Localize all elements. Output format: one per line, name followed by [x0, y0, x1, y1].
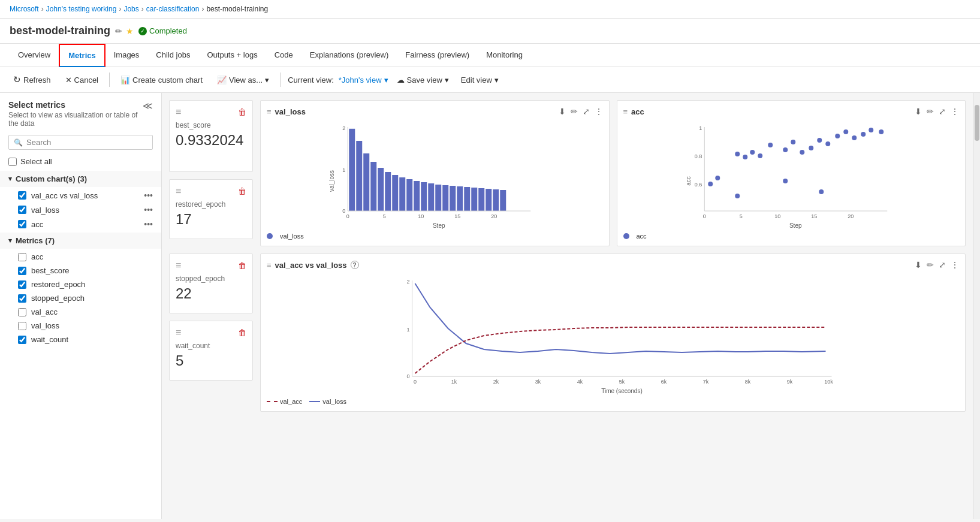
metric-checkbox-wait-count[interactable]: [18, 336, 26, 344]
metric-best-score: best_score: [0, 264, 161, 277]
tab-images[interactable]: Images: [105, 44, 148, 67]
svg-point-50: [817, 138, 822, 143]
breadcrumb-jobs[interactable]: Jobs: [123, 5, 138, 13]
custom-chart-more-1[interactable]: •••: [144, 205, 153, 215]
val-loss-chart-drag: ≡: [267, 107, 272, 116]
acc-edit-button[interactable]: ✏: [927, 107, 934, 116]
tab-fairness[interactable]: Fairness (preview): [397, 44, 478, 67]
acc-more-button[interactable]: ⋮: [951, 107, 959, 116]
custom-chart-more-0[interactable]: •••: [144, 191, 153, 200]
metric-checkbox-stopped-epoch[interactable]: [18, 294, 26, 303]
select-all-label: Select all: [20, 157, 52, 166]
restored-epoch-label: restored_epoch: [176, 200, 246, 209]
val-loss-edit-button[interactable]: ✏: [571, 107, 578, 116]
metrics-group-header[interactable]: ▾ Metrics (7): [0, 233, 161, 249]
tab-monitoring[interactable]: Monitoring: [478, 44, 531, 67]
custom-chart-acc: acc •••: [0, 217, 161, 231]
svg-text:10k: 10k: [824, 379, 833, 385]
breadcrumb-car-classification[interactable]: car-classification: [146, 5, 200, 13]
view-as-button[interactable]: 📈 View as... ▾: [213, 73, 273, 87]
svg-point-44: [758, 153, 762, 158]
svg-text:20: 20: [491, 213, 497, 219]
val-loss-more-button[interactable]: ⋮: [595, 107, 603, 116]
metric-label-val-loss: val_loss: [31, 321, 59, 330]
svg-point-52: [835, 134, 840, 138]
val-acc-vs-val-loss-chart-svg: 2 1 0 0 1k 2k 3k 4k: [267, 274, 959, 394]
svg-text:6k: 6k: [661, 379, 667, 385]
custom-chart-checkbox-0[interactable]: [18, 191, 26, 200]
select-metrics-desc: Select to view as visualization or table…: [8, 111, 143, 128]
delete-restored-epoch-button[interactable]: 🗑: [238, 186, 246, 196]
metric-card-restored-epoch: ≡ 🗑 restored_epoch 17: [169, 179, 253, 239]
tab-outputs-logs[interactable]: Outputs + logs: [198, 44, 266, 67]
delete-stopped-epoch-button[interactable]: 🗑: [238, 261, 246, 270]
svg-text:5: 5: [383, 213, 386, 219]
val-loss-line-legend-label: val_loss: [322, 398, 346, 405]
tab-overview[interactable]: Overview: [10, 44, 59, 67]
delete-best-score-button[interactable]: 🗑: [238, 107, 246, 117]
main-content: Select metrics Select to view as visuali…: [0, 93, 980, 519]
metric-checkbox-acc[interactable]: [18, 253, 26, 261]
metric-checkbox-val-acc[interactable]: [18, 308, 26, 316]
tab-code[interactable]: Code: [266, 44, 301, 67]
search-input[interactable]: [26, 138, 147, 147]
custom-chart-checkbox-2[interactable]: [18, 220, 26, 228]
svg-rect-10: [385, 172, 391, 211]
edit-view-button[interactable]: Edit view ▾: [457, 73, 502, 87]
val-loss-legend: val_loss: [267, 233, 603, 240]
collapse-panel-button[interactable]: ≪: [143, 100, 153, 111]
breadcrumb-testing[interactable]: John's testing working: [46, 5, 117, 13]
svg-rect-26: [500, 190, 506, 211]
metric-label-wait-count: wait_count: [31, 335, 68, 344]
acc-chart-card: ≡ acc ⬇ ✏ ⤢ ⋮ acc 1 0.: [617, 100, 966, 246]
edit-title-button[interactable]: ✏: [115, 26, 122, 36]
val-acc-vs-val-loss-download-button[interactable]: ⬇: [915, 260, 922, 270]
delete-wait-count-button[interactable]: 🗑: [238, 328, 246, 337]
tabs: Overview Metrics Images Child jobs Outpu…: [0, 44, 980, 67]
metric-wait-count: wait_count: [0, 333, 161, 346]
edit-view-chevron: ▾: [494, 76, 499, 85]
create-chart-icon: 📊: [120, 76, 130, 85]
breadcrumb-microsoft[interactable]: Microsoft: [10, 5, 39, 13]
svg-rect-25: [493, 189, 499, 211]
scrollbar[interactable]: [973, 93, 980, 519]
create-chart-button[interactable]: 📊 Create custom chart: [117, 73, 206, 87]
page-header: best-model-training ✏ ★ Completed: [0, 19, 980, 44]
val-acc-vs-val-loss-edit-button[interactable]: ✏: [927, 260, 934, 270]
custom-charts-header[interactable]: ▾ Custom chart(s) (3): [0, 171, 161, 187]
svg-text:0: 0: [342, 208, 345, 214]
tab-explanations[interactable]: Explanations (preview): [301, 44, 397, 67]
svg-point-39: [708, 182, 713, 186]
val-loss-download-button[interactable]: ⬇: [559, 107, 566, 116]
refresh-button[interactable]: ↻ Refresh: [10, 72, 55, 87]
svg-text:Time (seconds): Time (seconds): [601, 388, 643, 394]
current-view-chevron: ▾: [384, 76, 388, 85]
tab-metrics[interactable]: Metrics: [59, 44, 105, 67]
search-box[interactable]: 🔍: [8, 135, 153, 150]
svg-text:8k: 8k: [745, 379, 751, 385]
metric-checkbox-best-score[interactable]: [18, 267, 26, 275]
val-acc-vs-val-loss-expand-button[interactable]: ⤢: [939, 260, 946, 270]
drag-handle-wait-count: ≡: [176, 327, 181, 338]
metrics-group: ▾ Metrics (7) acc best_score: [0, 233, 161, 348]
select-all-checkbox[interactable]: [8, 158, 17, 166]
favorite-button[interactable]: ★: [126, 26, 134, 36]
metric-acc: acc: [0, 250, 161, 264]
val-acc-vs-val-loss-more-button[interactable]: ⋮: [951, 260, 959, 270]
svg-point-54: [852, 135, 857, 140]
tab-child-jobs[interactable]: Child jobs: [147, 44, 198, 67]
acc-chart-svg: acc 1 0.8 0.6: [623, 121, 960, 229]
metric-checkbox-restored-epoch[interactable]: [18, 280, 26, 289]
acc-expand-button[interactable]: ⤢: [939, 107, 946, 116]
cancel-button[interactable]: ✕ Cancel: [62, 73, 102, 87]
custom-chart-more-2[interactable]: •••: [144, 219, 153, 229]
save-view-chevron: ▾: [445, 76, 449, 85]
val-loss-expand-button[interactable]: ⤢: [583, 107, 590, 116]
custom-chart-checkbox-1[interactable]: [18, 206, 26, 214]
metric-checkbox-val-loss[interactable]: [18, 322, 26, 330]
save-view-button[interactable]: ☁ Save view ▾: [393, 73, 453, 87]
current-view-dropdown[interactable]: *John's view ▾: [339, 76, 388, 85]
scrollbar-thumb[interactable]: [975, 105, 979, 141]
val-loss-chart-card: ≡ val_loss ⬇ ✏ ⤢ ⋮ val_loss: [260, 100, 610, 246]
acc-download-button[interactable]: ⬇: [915, 107, 922, 116]
